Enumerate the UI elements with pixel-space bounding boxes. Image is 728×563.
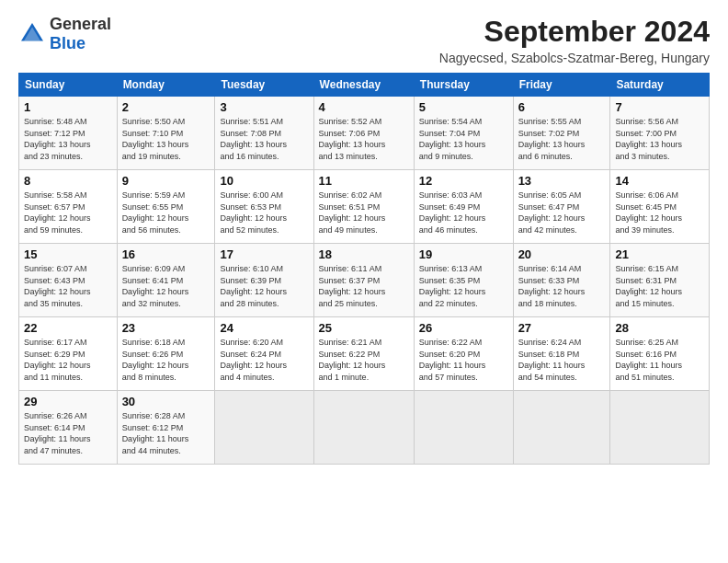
day-detail: Sunrise: 6:06 AM Sunset: 6:45 PM Dayligh…: [615, 190, 704, 236]
day-detail: Sunrise: 6:25 AM Sunset: 6:16 PM Dayligh…: [615, 337, 704, 383]
day-detail: Sunrise: 6:02 AM Sunset: 6:51 PM Dayligh…: [319, 190, 409, 236]
calendar-cell: 26Sunrise: 6:22 AM Sunset: 6:20 PM Dayli…: [414, 317, 513, 391]
day-number: 14: [615, 174, 704, 188]
day-number: 4: [319, 100, 409, 114]
day-detail: Sunrise: 6:17 AM Sunset: 6:29 PM Dayligh…: [24, 337, 112, 383]
weekday-header-monday: Monday: [117, 74, 215, 97]
day-number: 21: [615, 247, 704, 261]
calendar-cell: [313, 391, 414, 465]
logo-icon: [18, 20, 46, 48]
day-number: 18: [319, 247, 409, 261]
day-number: 15: [24, 247, 112, 261]
day-number: 16: [122, 247, 210, 261]
calendar-cell: 14Sunrise: 6:06 AM Sunset: 6:45 PM Dayli…: [610, 170, 710, 244]
day-detail: Sunrise: 6:03 AM Sunset: 6:49 PM Dayligh…: [419, 190, 508, 236]
calendar-cell: 9Sunrise: 5:59 AM Sunset: 6:55 PM Daylig…: [117, 170, 215, 244]
logo-blue-text: Blue: [50, 34, 85, 52]
day-number: 29: [24, 395, 112, 408]
day-detail: Sunrise: 6:26 AM Sunset: 6:14 PM Dayligh…: [24, 410, 112, 456]
day-number: 8: [24, 174, 112, 188]
day-detail: Sunrise: 6:05 AM Sunset: 6:47 PM Dayligh…: [518, 190, 606, 236]
day-detail: Sunrise: 5:48 AM Sunset: 7:12 PM Dayligh…: [24, 116, 112, 162]
calendar-week-row: 29Sunrise: 6:26 AM Sunset: 6:14 PM Dayli…: [19, 391, 710, 465]
day-number: 1: [24, 100, 112, 114]
calendar-cell: 17Sunrise: 6:10 AM Sunset: 6:39 PM Dayli…: [215, 244, 313, 317]
calendar-week-row: 22Sunrise: 6:17 AM Sunset: 6:29 PM Dayli…: [19, 317, 710, 391]
calendar-cell: [414, 391, 513, 465]
day-detail: Sunrise: 6:13 AM Sunset: 6:35 PM Dayligh…: [419, 263, 508, 309]
day-number: 17: [220, 247, 308, 261]
day-number: 2: [122, 100, 210, 114]
calendar-cell: 30Sunrise: 6:28 AM Sunset: 6:12 PM Dayli…: [117, 391, 215, 465]
weekday-header-friday: Friday: [513, 74, 610, 97]
weekday-header-tuesday: Tuesday: [215, 74, 313, 97]
title-block: September 2024 Nagyecsed, Szabolcs-Szatm…: [439, 15, 710, 65]
calendar-cell: 21Sunrise: 6:15 AM Sunset: 6:31 PM Dayli…: [610, 244, 710, 317]
day-number: 9: [122, 174, 210, 188]
calendar-cell: 3Sunrise: 5:51 AM Sunset: 7:08 PM Daylig…: [215, 97, 313, 170]
day-number: 24: [220, 321, 308, 335]
weekday-header-row: SundayMondayTuesdayWednesdayThursdayFrid…: [19, 74, 710, 97]
calendar-cell: 28Sunrise: 6:25 AM Sunset: 6:16 PM Dayli…: [610, 317, 710, 391]
calendar-cell: 7Sunrise: 5:56 AM Sunset: 7:00 PM Daylig…: [610, 97, 710, 170]
calendar-cell: 24Sunrise: 6:20 AM Sunset: 6:24 PM Dayli…: [215, 317, 313, 391]
calendar-week-row: 1Sunrise: 5:48 AM Sunset: 7:12 PM Daylig…: [19, 97, 710, 170]
day-detail: Sunrise: 6:00 AM Sunset: 6:53 PM Dayligh…: [220, 190, 308, 236]
day-detail: Sunrise: 5:52 AM Sunset: 7:06 PM Dayligh…: [319, 116, 409, 162]
day-number: 26: [419, 321, 508, 335]
day-detail: Sunrise: 5:56 AM Sunset: 7:00 PM Dayligh…: [615, 116, 704, 162]
day-detail: Sunrise: 6:14 AM Sunset: 6:33 PM Dayligh…: [518, 263, 606, 309]
day-number: 5: [419, 100, 508, 114]
calendar-cell: 13Sunrise: 6:05 AM Sunset: 6:47 PM Dayli…: [513, 170, 610, 244]
calendar-cell: 6Sunrise: 5:55 AM Sunset: 7:02 PM Daylig…: [513, 97, 610, 170]
weekday-header-thursday: Thursday: [414, 74, 513, 97]
day-detail: Sunrise: 6:21 AM Sunset: 6:22 PM Dayligh…: [319, 337, 409, 383]
calendar-week-row: 8Sunrise: 5:58 AM Sunset: 6:57 PM Daylig…: [19, 170, 710, 244]
day-detail: Sunrise: 6:15 AM Sunset: 6:31 PM Dayligh…: [615, 263, 704, 309]
day-detail: Sunrise: 5:54 AM Sunset: 7:04 PM Dayligh…: [419, 116, 508, 162]
day-number: 27: [518, 321, 606, 335]
day-detail: Sunrise: 6:24 AM Sunset: 6:18 PM Dayligh…: [518, 337, 606, 383]
calendar-title: September 2024: [439, 15, 710, 49]
calendar-cell: 20Sunrise: 6:14 AM Sunset: 6:33 PM Dayli…: [513, 244, 610, 317]
weekday-header-wednesday: Wednesday: [313, 74, 414, 97]
calendar-cell: 29Sunrise: 6:26 AM Sunset: 6:14 PM Dayli…: [19, 391, 118, 465]
calendar-cell: 10Sunrise: 6:00 AM Sunset: 6:53 PM Dayli…: [215, 170, 313, 244]
calendar-cell: [215, 391, 313, 465]
calendar-cell: 18Sunrise: 6:11 AM Sunset: 6:37 PM Dayli…: [313, 244, 414, 317]
weekday-header-saturday: Saturday: [610, 74, 710, 97]
calendar-cell: 11Sunrise: 6:02 AM Sunset: 6:51 PM Dayli…: [313, 170, 414, 244]
calendar-cell: 19Sunrise: 6:13 AM Sunset: 6:35 PM Dayli…: [414, 244, 513, 317]
calendar-cell: 1Sunrise: 5:48 AM Sunset: 7:12 PM Daylig…: [19, 97, 118, 170]
calendar-table: SundayMondayTuesdayWednesdayThursdayFrid…: [18, 73, 710, 465]
calendar-cell: 16Sunrise: 6:09 AM Sunset: 6:41 PM Dayli…: [117, 244, 215, 317]
day-number: 13: [518, 174, 606, 188]
day-number: 22: [24, 321, 112, 335]
logo-general-text: General: [50, 15, 111, 33]
calendar-cell: 27Sunrise: 6:24 AM Sunset: 6:18 PM Dayli…: [513, 317, 610, 391]
calendar-cell: [513, 391, 610, 465]
day-number: 20: [518, 247, 606, 261]
day-detail: Sunrise: 5:55 AM Sunset: 7:02 PM Dayligh…: [518, 116, 606, 162]
calendar-page: General Blue September 2024 Nagyecsed, S…: [0, 0, 728, 474]
calendar-cell: 12Sunrise: 6:03 AM Sunset: 6:49 PM Dayli…: [414, 170, 513, 244]
calendar-cell: [610, 391, 710, 465]
day-number: 12: [419, 174, 508, 188]
calendar-cell: 8Sunrise: 5:58 AM Sunset: 6:57 PM Daylig…: [19, 170, 118, 244]
day-number: 10: [220, 174, 308, 188]
day-detail: Sunrise: 5:51 AM Sunset: 7:08 PM Dayligh…: [220, 116, 308, 162]
day-number: 11: [319, 174, 409, 188]
calendar-cell: 5Sunrise: 5:54 AM Sunset: 7:04 PM Daylig…: [414, 97, 513, 170]
calendar-cell: 4Sunrise: 5:52 AM Sunset: 7:06 PM Daylig…: [313, 97, 414, 170]
day-detail: Sunrise: 6:22 AM Sunset: 6:20 PM Dayligh…: [419, 337, 508, 383]
day-detail: Sunrise: 5:50 AM Sunset: 7:10 PM Dayligh…: [122, 116, 210, 162]
day-number: 28: [615, 321, 704, 335]
calendar-cell: 25Sunrise: 6:21 AM Sunset: 6:22 PM Dayli…: [313, 317, 414, 391]
calendar-cell: 15Sunrise: 6:07 AM Sunset: 6:43 PM Dayli…: [19, 244, 118, 317]
day-detail: Sunrise: 6:20 AM Sunset: 6:24 PM Dayligh…: [220, 337, 308, 383]
calendar-week-row: 15Sunrise: 6:07 AM Sunset: 6:43 PM Dayli…: [19, 244, 710, 317]
day-number: 19: [419, 247, 508, 261]
day-detail: Sunrise: 6:28 AM Sunset: 6:12 PM Dayligh…: [122, 410, 210, 456]
day-detail: Sunrise: 6:11 AM Sunset: 6:37 PM Dayligh…: [319, 263, 409, 309]
day-number: 23: [122, 321, 210, 335]
